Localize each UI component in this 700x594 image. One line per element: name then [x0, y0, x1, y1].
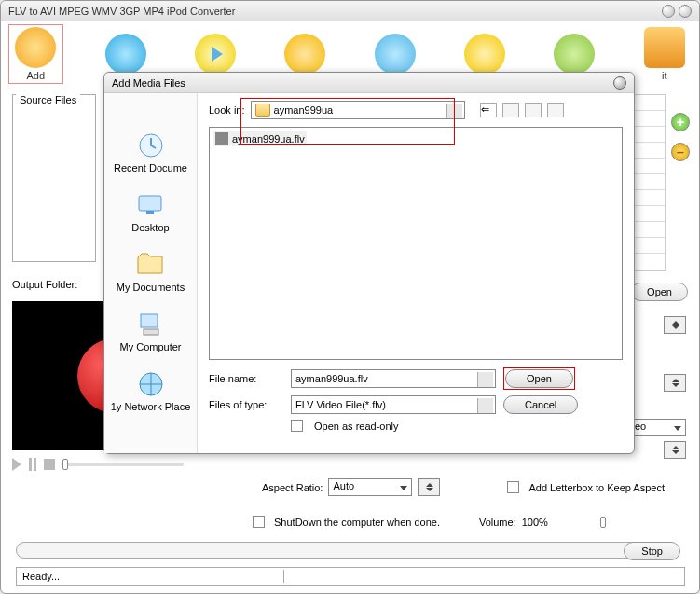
play-button[interactable] — [12, 458, 21, 471]
remove-item-button[interactable]: – — [671, 143, 690, 161]
sidebar-recent[interactable]: Recent Docume — [114, 131, 187, 173]
shutdown-checkbox[interactable] — [253, 516, 265, 528]
readonly-label: Open as read-only — [314, 421, 399, 432]
source-files-list[interactable] — [12, 94, 96, 262]
file-item-label: ayman999ua.flv — [232, 133, 305, 145]
window-title: FLV to AVI MPEG WMV 3GP MP4 iPod Convert… — [8, 6, 658, 17]
sidebar-mydocs[interactable]: My Documents — [117, 250, 185, 293]
main-window: FLV to AVI MPEG WMV 3GP MP4 iPod Convert… — [0, 0, 700, 594]
new-folder-button[interactable] — [525, 103, 542, 117]
sidebar-desktop[interactable]: Desktop — [131, 190, 169, 233]
back-button[interactable]: ⇐ — [480, 103, 497, 117]
aspect-ratio-value: Auto — [333, 480, 354, 491]
sidebar-network-label: 1y Network Place — [111, 401, 191, 412]
user-icon — [375, 34, 416, 75]
network-icon — [136, 369, 166, 399]
volume-value: 100% — [522, 517, 548, 528]
toolbar-user[interactable] — [368, 34, 422, 75]
seek-slider[interactable] — [62, 463, 184, 466]
add-media-dialog: Add Media Files Recent Docume Desktop My… — [103, 72, 635, 454]
dialog-main: Look in: ayman999ua ⇐ — [198, 93, 634, 453]
exit-label-partial: it — [662, 70, 667, 81]
shutdown-label: ShutDown the computer when done. — [274, 517, 440, 528]
titlebar: FLV to AVI MPEG WMV 3GP MP4 iPod Convert… — [1, 1, 699, 21]
sidebar-desktop-label: Desktop — [131, 222, 169, 233]
trash-icon — [105, 34, 146, 75]
progress-bar — [16, 542, 640, 559]
side-buttons: + – — [671, 113, 690, 161]
status-text: Ready... — [22, 571, 60, 582]
stop-conversion-button[interactable]: Stop — [624, 542, 680, 560]
filename-label: File name: — [209, 373, 283, 384]
add-item-button[interactable]: + — [671, 113, 690, 131]
sidebar-mycomp-label: My Computer — [119, 341, 181, 352]
aspect-ratio-label: Aspect Ratio: — [262, 482, 323, 493]
computer-icon — [136, 310, 166, 339]
dialog-cancel-button[interactable]: Cancel — [503, 395, 578, 414]
toolbar-play[interactable] — [188, 34, 242, 75]
svg-rect-3 — [141, 314, 158, 327]
toolbar-delete[interactable] — [99, 34, 153, 75]
transport-controls — [12, 458, 688, 471]
file-item[interactable]: ayman999ua.flv — [213, 131, 307, 146]
toolbar-exit[interactable]: it — [638, 27, 692, 81]
sidebar-mycomp[interactable]: My Computer — [119, 310, 181, 352]
sidebar-mydocs-label: My Documents — [117, 282, 185, 293]
exit-icon — [644, 27, 685, 68]
help-icon — [554, 34, 595, 75]
dialog-open-button[interactable]: Open — [505, 369, 573, 388]
dialog-close-button[interactable] — [613, 76, 626, 90]
keys-icon — [284, 34, 325, 75]
dialog-title: Add Media Files — [112, 77, 613, 89]
toolbar-add[interactable]: Add — [8, 24, 63, 84]
dialog-sidebar: Recent Docume Desktop My Documents My Co… — [104, 93, 198, 453]
toolbar-help[interactable] — [547, 34, 601, 75]
video-dropdown-label: eo — [635, 421, 646, 432]
play-icon — [195, 34, 236, 75]
add-icon — [15, 27, 56, 68]
file-list[interactable]: ayman999ua.flv — [209, 127, 623, 360]
aspect-ratio-dropdown[interactable]: Auto — [328, 478, 412, 496]
readonly-checkbox[interactable] — [291, 420, 303, 432]
folder-small-icon — [255, 104, 270, 117]
svg-rect-4 — [144, 329, 158, 335]
filetype-combo[interactable]: FLV Video File(*.flv) — [291, 395, 496, 414]
highlight-annotation-2: Open — [503, 367, 575, 390]
seek-thumb[interactable] — [62, 459, 68, 470]
toolbar-add-label: Add — [26, 70, 45, 81]
minimize-button[interactable] — [662, 5, 675, 18]
look-in-label: Look in: — [209, 104, 245, 116]
desktop-icon — [135, 190, 165, 220]
filetype-label: Files of type: — [209, 399, 283, 410]
filename-value: ayman999ua.flv — [295, 373, 368, 384]
volume-label: Volume: — [479, 517, 516, 528]
home-icon — [464, 34, 505, 75]
toolbar-keys[interactable] — [278, 34, 332, 75]
pause-button[interactable] — [29, 458, 36, 471]
look-in-value: ayman999ua — [274, 104, 334, 116]
toolbar-home[interactable] — [458, 34, 512, 75]
view-menu-button[interactable] — [547, 103, 564, 117]
filetype-value: FLV Video File(*.flv) — [295, 399, 386, 410]
stepper-1[interactable] — [664, 316, 686, 334]
video-dropdown[interactable]: eo — [630, 419, 686, 436]
volume-thumb[interactable] — [600, 517, 606, 528]
flv-file-icon — [215, 132, 228, 145]
stepper-3[interactable] — [664, 441, 686, 459]
sidebar-network[interactable]: 1y Network Place — [111, 369, 191, 412]
up-folder-button[interactable] — [502, 103, 519, 117]
stop-button[interactable] — [44, 459, 55, 470]
recent-docs-icon — [136, 131, 166, 160]
folder-icon — [135, 250, 165, 280]
filename-combo[interactable]: ayman999ua.flv — [291, 369, 496, 388]
close-button[interactable] — [679, 5, 692, 18]
open-output-button[interactable]: Open — [631, 283, 688, 301]
dialog-titlebar: Add Media Files — [104, 73, 634, 93]
svg-rect-2 — [146, 211, 154, 214]
letterbox-label: Add Letterbox to Keep Aspect — [528, 482, 665, 493]
aspect-stepper[interactable] — [418, 478, 440, 496]
status-bar: Ready... — [16, 567, 685, 586]
stepper-2[interactable] — [664, 374, 686, 392]
look-in-combo[interactable]: ayman999ua — [251, 101, 465, 119]
letterbox-checkbox[interactable] — [507, 481, 519, 493]
